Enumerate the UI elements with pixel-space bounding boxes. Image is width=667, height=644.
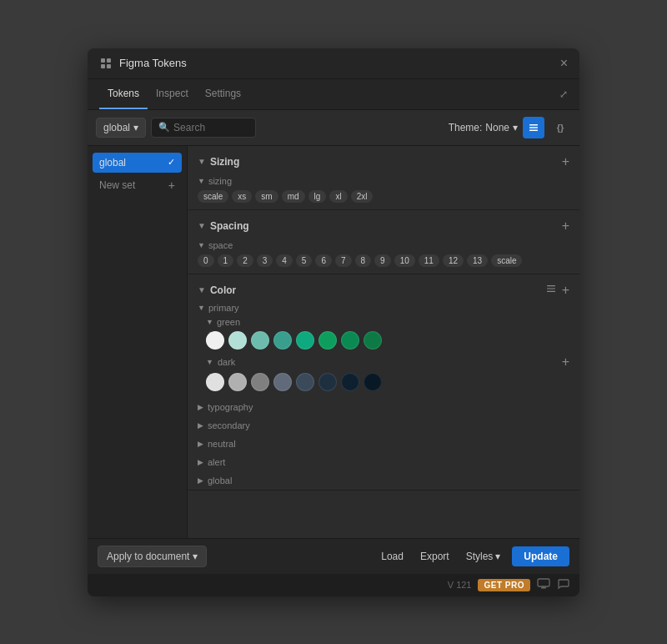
bottom-bar: Apply to document ▾ Load Export Styles ▾… — [88, 538, 579, 574]
json-view-button[interactable]: {} — [549, 117, 571, 138]
space-6[interactable]: 6 — [315, 254, 332, 267]
global-color-collapsed[interactable]: ▶ global — [188, 471, 579, 490]
space-8[interactable]: 8 — [355, 254, 372, 267]
space-7[interactable]: 7 — [335, 254, 352, 267]
tag-md[interactable]: md — [282, 190, 305, 203]
svg-rect-0 — [101, 58, 105, 63]
tag-scale[interactable]: scale — [198, 190, 228, 203]
dark-add-button[interactable]: + — [562, 355, 569, 370]
tag-xl[interactable]: xl — [329, 190, 347, 203]
space-9[interactable]: 9 — [374, 254, 391, 267]
alert-label: alert — [208, 457, 225, 467]
svg-rect-8 — [547, 288, 555, 289]
dark-swatch-4[interactable] — [296, 373, 314, 391]
space-10[interactable]: 10 — [394, 254, 415, 267]
green-swatch-4[interactable] — [296, 331, 314, 350]
sidebar: global ✓ New set + — [88, 146, 188, 538]
dark-swatch-2[interactable] — [251, 373, 269, 391]
load-button[interactable]: Load — [376, 547, 409, 566]
sizing-section-header[interactable]: ▼ Sizing + — [188, 146, 579, 176]
new-set-row[interactable]: New set + — [93, 174, 182, 196]
color-primary-group: ▼ primary ▼ green — [188, 303, 579, 398]
space-3[interactable]: 3 — [257, 254, 273, 267]
color-list-icon[interactable] — [545, 283, 557, 297]
neutral-collapsed[interactable]: ▶ neutral — [188, 435, 579, 453]
tag-lg[interactable]: lg — [308, 190, 327, 203]
token-panel[interactable]: ▼ Sizing + ▼ sizing scale xs sm md — [188, 146, 579, 538]
color-add-button[interactable]: + — [562, 283, 569, 298]
svg-rect-2 — [101, 64, 105, 68]
update-button[interactable]: Update — [512, 546, 569, 566]
search-box[interactable]: 🔍 — [151, 118, 256, 138]
space-1[interactable]: 1 — [218, 254, 234, 267]
space-13[interactable]: 13 — [467, 254, 488, 267]
expand-icon[interactable]: ⤢ — [559, 88, 568, 100]
apply-to-document-button[interactable]: Apply to document ▾ — [98, 546, 207, 567]
space-12[interactable]: 12 — [443, 254, 464, 267]
dark-swatch-1[interactable] — [228, 373, 247, 391]
sidebar-item-global[interactable]: global ✓ — [93, 153, 182, 173]
chat-icon[interactable] — [557, 578, 569, 592]
green-swatch-5[interactable] — [318, 331, 337, 350]
new-set-plus-icon[interactable]: + — [168, 179, 175, 192]
plugin-window: Figma Tokens × Tokens Inspect Settings ⤢… — [88, 48, 579, 596]
sizing-chevron-icon: ▼ — [198, 157, 206, 166]
green-swatch-7[interactable] — [364, 331, 382, 350]
sizing-sub-label: ▼ sizing — [198, 176, 569, 186]
list-view-button[interactable] — [523, 117, 544, 138]
space-2[interactable]: 2 — [237, 254, 253, 267]
space-11[interactable]: 11 — [419, 254, 439, 267]
dark-header-left: ▼ dark — [206, 357, 235, 367]
sizing-subsection: ▼ sizing scale xs sm md lg xl 2xl — [188, 176, 579, 209]
neutral-chevron-icon: ▶ — [198, 440, 203, 448]
version-bar: V 121 GET PRO — [88, 574, 579, 596]
theme-chevron-icon: ▾ — [513, 122, 518, 133]
neutral-label: neutral — [208, 439, 236, 449]
sizing-title: ▼ Sizing — [198, 156, 239, 168]
tab-inspect[interactable]: Inspect — [148, 79, 197, 109]
styles-button[interactable]: Styles ▾ — [461, 547, 506, 566]
dark-swatch-3[interactable] — [273, 373, 292, 391]
alert-collapsed[interactable]: ▶ alert — [188, 453, 579, 471]
dark-swatch-5[interactable] — [318, 373, 337, 391]
space-5[interactable]: 5 — [296, 254, 313, 267]
green-swatch-0[interactable] — [206, 331, 224, 350]
typography-chevron-icon: ▶ — [198, 403, 203, 411]
tag-xs[interactable]: xs — [232, 190, 252, 203]
typography-collapsed[interactable]: ▶ typography — [188, 398, 579, 416]
green-swatch-2[interactable] — [251, 331, 269, 350]
secondary-label: secondary — [208, 420, 250, 430]
space-scale[interactable]: scale — [491, 254, 522, 267]
dark-swatch-7[interactable] — [364, 373, 382, 391]
spacing-chevron-icon: ▼ — [198, 221, 206, 230]
svg-rect-4 — [529, 124, 538, 126]
tab-settings[interactable]: Settings — [197, 79, 249, 109]
sizing-add-button[interactable]: + — [562, 154, 569, 169]
export-button[interactable]: Export — [415, 547, 454, 566]
space-0[interactable]: 0 — [198, 254, 214, 267]
sidebar-check-icon: ✓ — [168, 157, 175, 168]
search-input[interactable] — [173, 122, 248, 133]
secondary-collapsed[interactable]: ▶ secondary — [188, 416, 579, 435]
global-dropdown[interactable]: global ▾ — [96, 118, 146, 138]
get-pro-button[interactable]: GET PRO — [478, 579, 530, 591]
search-icon: 🔍 — [158, 122, 170, 133]
toolbar-left: global ▾ 🔍 — [96, 118, 256, 138]
green-group: ▼ green — [198, 317, 569, 350]
spacing-section-header[interactable]: ▼ Spacing + — [188, 210, 579, 240]
green-swatch-1[interactable] — [228, 331, 247, 350]
space-4[interactable]: 4 — [276, 254, 293, 267]
tag-2xl[interactable]: 2xl — [351, 190, 374, 203]
dark-swatch-0[interactable] — [206, 373, 224, 391]
tag-sm[interactable]: sm — [255, 190, 278, 203]
spacing-add-button[interactable]: + — [562, 219, 569, 234]
apply-label: Apply to document — [107, 551, 189, 562]
green-swatch-3[interactable] — [273, 331, 292, 350]
tab-tokens[interactable]: Tokens — [99, 79, 148, 109]
dark-swatch-6[interactable] — [341, 373, 359, 391]
desktop-icon[interactable] — [537, 578, 550, 592]
close-button[interactable]: × — [560, 57, 568, 70]
green-swatch-6[interactable] — [341, 331, 359, 350]
spacing-subsection: ▼ space 0 1 2 3 4 5 6 7 8 9 10 — [188, 240, 579, 274]
theme-selector[interactable]: Theme: None ▾ — [449, 122, 518, 133]
